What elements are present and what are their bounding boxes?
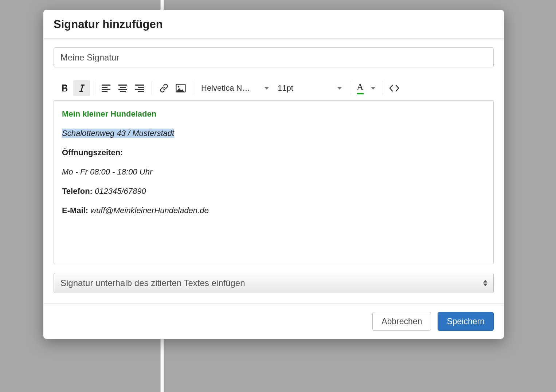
align-right-button[interactable] xyxy=(131,80,148,96)
toolbar-separator xyxy=(193,81,193,95)
toolbar-separator xyxy=(94,81,94,95)
signature-email-value: wuff@MeinkleinerHundeladen.de xyxy=(90,206,208,215)
cancel-button[interactable]: Abbrechen xyxy=(372,312,431,331)
dialog-body: Helvetica N… 11pt A xyxy=(43,39,504,303)
source-code-button[interactable] xyxy=(386,80,403,96)
toolbar-separator xyxy=(152,81,152,95)
signature-phone-label: Telefon: xyxy=(62,187,93,196)
bold-icon xyxy=(61,84,69,93)
align-center-button[interactable] xyxy=(114,80,131,96)
font-size-select[interactable]: 11pt xyxy=(273,81,346,95)
signature-title: Mein kleiner Hundeladen xyxy=(62,109,156,118)
signature-hours-label: Öffnungszeiten: xyxy=(62,148,123,157)
signature-name-input[interactable] xyxy=(54,47,494,67)
signature-email-label: E-Mail: xyxy=(62,206,88,215)
align-left-button[interactable] xyxy=(98,80,114,96)
link-icon xyxy=(159,83,169,93)
signature-editor[interactable]: Mein kleiner Hundeladen Schalottenweg 43… xyxy=(54,100,494,264)
text-color-icon: A xyxy=(357,82,364,94)
font-size-label: 11pt xyxy=(278,83,334,93)
dialog-header: Signatur hinzufügen xyxy=(43,10,504,39)
font-family-label: Helvetica N… xyxy=(201,83,261,93)
italic-button[interactable] xyxy=(73,80,90,96)
toolbar-separator xyxy=(382,81,382,95)
add-signature-dialog: Signatur hinzufügen xyxy=(43,10,504,339)
align-right-icon xyxy=(135,84,144,92)
chevron-down-icon xyxy=(337,87,342,90)
signature-address: Schalottenweg 43 / Musterstadt xyxy=(62,129,174,138)
signature-phone-value: 012345/67890 xyxy=(95,187,146,196)
chevron-down-icon xyxy=(265,87,269,90)
italic-icon xyxy=(78,84,85,93)
text-color-button[interactable]: A xyxy=(354,80,378,96)
signature-placement-select[interactable]: Signatur unterhalb des zitierten Textes … xyxy=(54,273,494,293)
signature-hours-value: Mo - Fr 08:00 - 18:00 Uhr xyxy=(62,167,152,176)
image-icon xyxy=(176,84,186,93)
select-arrows-icon xyxy=(483,280,488,286)
chevron-down-icon xyxy=(371,87,375,90)
editor-toolbar: Helvetica N… 11pt A xyxy=(54,78,494,99)
font-family-select[interactable]: Helvetica N… xyxy=(197,81,273,95)
toolbar-separator xyxy=(350,81,350,95)
align-left-icon xyxy=(101,84,111,92)
insert-link-button[interactable] xyxy=(156,80,172,96)
dialog-footer: Abbrechen Speichern xyxy=(43,303,504,339)
bold-button[interactable] xyxy=(56,80,73,96)
save-button[interactable]: Speichern xyxy=(438,312,494,331)
code-icon xyxy=(389,85,399,92)
signature-placement-label: Signatur unterhalb des zitierten Textes … xyxy=(60,278,245,288)
align-center-icon xyxy=(118,84,128,92)
insert-image-button[interactable] xyxy=(172,80,189,96)
svg-point-1 xyxy=(178,86,180,88)
dialog-title: Signatur hinzufügen xyxy=(54,18,494,31)
